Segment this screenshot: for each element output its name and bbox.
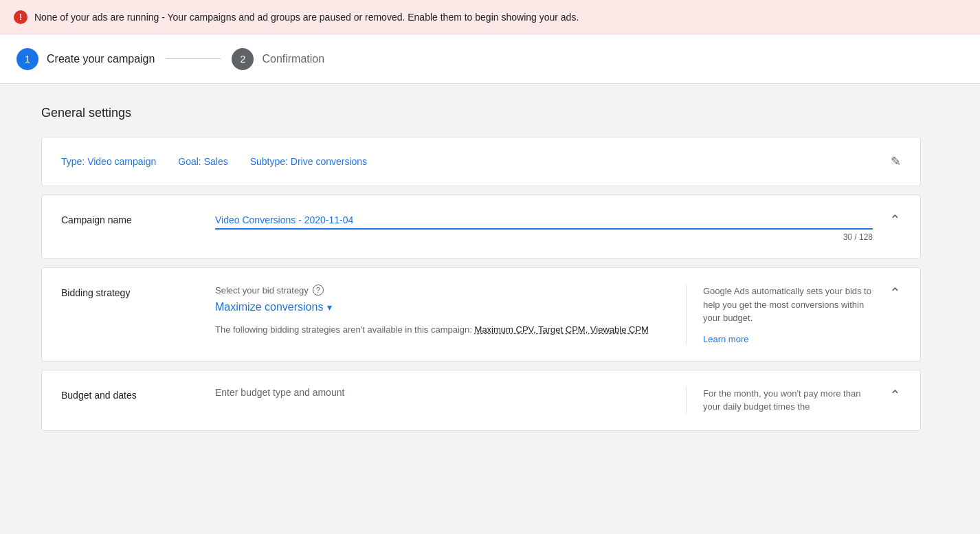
bidding-strategy-label: Bidding strategy bbox=[61, 285, 199, 298]
unavailable-strategies-link[interactable]: Maximum CPV, Target CPM, Viewable CPM bbox=[475, 324, 649, 335]
campaign-name-row: Campaign name 30 / 128 ⌃ bbox=[61, 212, 901, 242]
budget-dates-card: Budget and dates Enter budget type and a… bbox=[41, 370, 921, 431]
step-1[interactable]: 1 Create your campaign bbox=[16, 48, 155, 70]
budget-label-col: Budget and dates bbox=[61, 387, 199, 401]
section-title: General settings bbox=[41, 106, 921, 120]
alert-banner: ! None of your ads are running - Your ca… bbox=[0, 0, 980, 34]
step-connector bbox=[166, 58, 221, 59]
step-1-label: Create your campaign bbox=[47, 53, 155, 65]
meta-subtype: Subtype: Drive conversions bbox=[250, 156, 367, 167]
meta-type: Type: Video campaign bbox=[61, 156, 156, 167]
alert-text: None of your ads are running - Your camp… bbox=[34, 12, 579, 23]
campaign-meta-left: Type: Video campaign Goal: Sales Subtype… bbox=[61, 156, 367, 167]
campaign-name-input[interactable] bbox=[215, 212, 873, 230]
bidding-label-col: Bidding strategy bbox=[61, 285, 199, 298]
dropdown-arrow-icon: ▾ bbox=[327, 302, 332, 313]
bidding-right-col: Google Ads automatically sets your bids … bbox=[686, 285, 878, 344]
budget-center-col: Enter budget type and amount bbox=[199, 387, 686, 398]
bidding-strategy-card: Bidding strategy Select your bid strateg… bbox=[41, 267, 921, 361]
campaign-name-card: Campaign name 30 / 128 ⌃ bbox=[41, 194, 921, 259]
stepper: 1 Create your campaign 2 Confirmation bbox=[0, 34, 980, 84]
budget-card-inner: Budget and dates Enter budget type and a… bbox=[61, 387, 901, 414]
step-2[interactable]: 2 Confirmation bbox=[232, 48, 324, 70]
campaign-name-collapse-button[interactable]: ⌃ bbox=[889, 212, 901, 228]
bidding-collapse-button[interactable]: ⌃ bbox=[889, 285, 901, 301]
bidding-center-col: Select your bid strategy ? Maximize conv… bbox=[199, 285, 686, 335]
main-content: General settings Type: Video campaign Go… bbox=[0, 84, 962, 461]
meta-goal: Goal: Sales bbox=[178, 156, 227, 167]
step-2-circle: 2 bbox=[232, 48, 254, 70]
campaign-name-content: 30 / 128 bbox=[199, 212, 889, 242]
campaign-type-card: Type: Video campaign Goal: Sales Subtype… bbox=[41, 137, 921, 186]
learn-more-link[interactable]: Learn more bbox=[703, 334, 748, 344]
bid-strategy-dropdown[interactable]: Maximize conversions ▾ bbox=[215, 301, 669, 313]
campaign-name-label: Campaign name bbox=[61, 212, 199, 225]
step-1-circle: 1 bbox=[16, 48, 38, 70]
bid-unavailable-notice: The following bidding strategies aren't … bbox=[215, 324, 669, 335]
char-count: 30 / 128 bbox=[215, 232, 873, 242]
campaign-meta-row: Type: Video campaign Goal: Sales Subtype… bbox=[61, 154, 901, 169]
step-2-label: Confirmation bbox=[262, 53, 324, 65]
budget-placeholder[interactable]: Enter budget type and amount bbox=[215, 387, 669, 398]
bidding-card-inner: Bidding strategy Select your bid strateg… bbox=[61, 285, 901, 344]
bid-strategy-help-icon[interactable]: ? bbox=[313, 285, 324, 296]
budget-description: For the month, you won't pay more than y… bbox=[703, 387, 878, 414]
budget-collapse-button[interactable]: ⌃ bbox=[889, 387, 901, 403]
bidding-description: Google Ads automatically sets your bids … bbox=[703, 285, 878, 325]
bid-strategy-header: Select your bid strategy ? bbox=[215, 285, 669, 296]
alert-icon: ! bbox=[14, 10, 27, 24]
budget-dates-label: Budget and dates bbox=[61, 387, 199, 401]
budget-right-col: For the month, you won't pay more than y… bbox=[686, 387, 878, 414]
edit-campaign-type-button[interactable]: ✎ bbox=[891, 154, 901, 169]
